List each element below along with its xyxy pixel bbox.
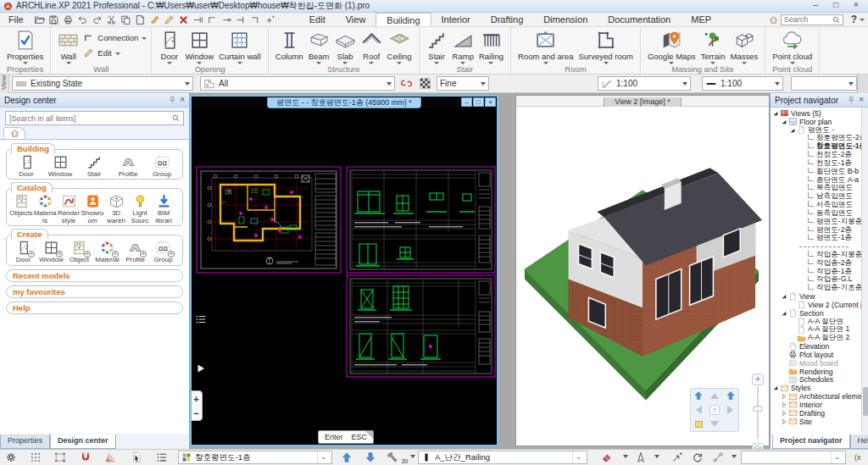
- tree-item-mood-board[interactable]: Mood board: [771, 359, 861, 368]
- detail-level-combo[interactable]: Fine: [437, 76, 489, 91]
- maximize-button[interactable]: □: [826, 0, 846, 11]
- eraser-button[interactable]: [598, 451, 616, 464]
- orbit-left-button[interactable]: [696, 406, 702, 414]
- ribbon-item-ramp[interactable]: Ramp: [450, 29, 476, 64]
- save-icon[interactable]: [47, 14, 60, 25]
- tree-item-작업층-기초층[interactable]: 작업층-기초층: [771, 284, 861, 292]
- tree-item-남측입면도[interactable]: 남측입면도: [771, 192, 861, 201]
- menu-file[interactable]: File: [0, 14, 32, 25]
- floor-select-button[interactable]: [695, 421, 703, 428]
- line-scale-combo[interactable]: 1:100: [702, 76, 783, 91]
- fan-button[interactable]: [101, 451, 120, 464]
- tree-item-view-2-current-perspect[interactable]: View 2 (Current perspect: [771, 301, 861, 309]
- tree-item-창호평면도-1층[interactable]: 창호평면도-1층: [771, 142, 861, 151]
- dc-item-building-window[interactable]: Window: [43, 154, 77, 178]
- tree-item-floor-plan[interactable]: Floor plan: [771, 118, 861, 126]
- g5-icon[interactable]: [249, 14, 262, 25]
- gear-button[interactable]: [2, 451, 20, 464]
- layer-link-button[interactable]: [398, 76, 415, 91]
- dc-item-catalog-render-style[interactable]: Render style: [57, 193, 81, 224]
- tree-item-a-a-절단면[interactable]: A-A 절단면: [771, 318, 861, 326]
- viewport-maximize-button[interactable]: □: [473, 97, 484, 107]
- dc-bar-my-favourites[interactable]: my favourites: [6, 285, 183, 298]
- pencil-icon[interactable]: [163, 14, 175, 25]
- dc-item-create-object[interactable]: +Object: [65, 240, 93, 263]
- pick-button[interactable]: [127, 451, 146, 464]
- dc-item-catalog-light-sourc[interactable]: Light Sourc: [128, 193, 152, 224]
- move-down-floor-button[interactable]: [361, 451, 380, 464]
- orbit-right-button[interactable]: [727, 406, 733, 414]
- scrollbar-thumb[interactable]: [863, 387, 868, 416]
- dc-item-catalog-bim-librari[interactable]: BIM librari: [152, 193, 175, 224]
- menu-tab-dimension[interactable]: Dimension: [533, 13, 598, 26]
- hatch-toggle-button[interactable]: [417, 76, 433, 91]
- delete-icon[interactable]: [177, 14, 190, 25]
- tree-item-작업층-g-l[interactable]: 작업층-G.L: [771, 276, 861, 285]
- ribbon-item-point-cloud[interactable]: Point cloud: [770, 29, 815, 64]
- design-center-home-tab[interactable]: [0, 127, 189, 140]
- dc-bar-help[interactable]: Help: [6, 302, 183, 314]
- magnet-button[interactable]: [76, 451, 95, 464]
- g2-icon[interactable]: [206, 14, 219, 25]
- canvas-play-icon[interactable]: [196, 363, 206, 374]
- building-state-combo[interactable]: Existing State: [12, 76, 193, 91]
- design-center-search[interactable]: [5, 111, 184, 125]
- tree-item-section[interactable]: Section: [771, 309, 861, 318]
- tree-item-elevation[interactable]: Elevation: [771, 342, 861, 351]
- empty-combo[interactable]: [791, 76, 857, 91]
- menu-tab-documentation[interactable]: Documentation: [598, 13, 681, 26]
- tree-item-architectural-elements[interactable]: Architectural elements: [771, 392, 861, 401]
- tree-item-천정도-2층[interactable]: 천정도-2층: [771, 151, 861, 159]
- copy-icon[interactable]: [120, 14, 132, 25]
- tree-item-drafting[interactable]: Drafting: [771, 409, 861, 418]
- tree-item-site[interactable]: Site: [771, 418, 861, 426]
- tree-item-views-5[interactable]: Views (5): [771, 109, 861, 118]
- pan-up-right-button[interactable]: [726, 390, 736, 401]
- dc-item-create-profile[interactable]: +Profile: [121, 240, 149, 263]
- pan-hand-button[interactable]: [709, 405, 720, 415]
- move-up-floor-button[interactable]: [337, 451, 356, 464]
- menu-tab-building[interactable]: Building: [376, 13, 431, 26]
- ribbon-item-railing[interactable]: Railing: [476, 29, 506, 64]
- tree-item-작업층-1층[interactable]: 작업층-1층: [771, 268, 861, 276]
- dc-item-catalog-3d-wareh[interactable]: 3D wareh: [104, 193, 128, 224]
- dc-item-catalog-materials[interactable]: Materials: [33, 193, 57, 224]
- orbit-down-button[interactable]: [710, 421, 719, 427]
- help-menu[interactable]: ?: [851, 14, 857, 25]
- menu-tab-edit[interactable]: Edit: [299, 13, 336, 26]
- drawing-window-titlebar[interactable]: 평면도 - - 창호평면도-1층 (45900 mm) * – □ ×: [192, 97, 497, 108]
- design-center-search-input[interactable]: [6, 114, 171, 123]
- menu-tab-mep[interactable]: MEP: [681, 13, 721, 26]
- cad-canvas[interactable]: + − Enter ESC: [192, 108, 497, 445]
- layer-filter-combo[interactable]: All: [200, 76, 395, 91]
- tree-item-평면도-지붕층[interactable]: 평면도-지붕층: [771, 218, 861, 226]
- panel-close-icon[interactable]: ×: [180, 96, 185, 104]
- dc-item-building-stair[interactable]: Stair: [77, 154, 111, 178]
- view3d-titlebar[interactable]: View 2 [Image] *: [516, 96, 769, 107]
- nodes-button[interactable]: [709, 451, 727, 464]
- ribbon-item-masses[interactable]: Masses: [727, 29, 760, 64]
- moveplus-button[interactable]: [668, 451, 687, 464]
- ribbon-item-slab[interactable]: Slab: [332, 29, 359, 64]
- dropdown-caret-icon[interactable]: [410, 455, 415, 458]
- work-plane-button[interactable]: 30: [386, 451, 408, 464]
- marquee-button[interactable]: [51, 451, 70, 464]
- active-style-combo[interactable]: A_난간_Railing⌄: [418, 451, 587, 464]
- tree-item-view[interactable]: View: [771, 292, 861, 301]
- viewport-minimize-button[interactable]: –: [461, 97, 472, 107]
- command-prompt[interactable]: Enter ESC: [318, 430, 374, 444]
- g6-icon[interactable]: [264, 14, 276, 25]
- open-icon[interactable]: [33, 14, 46, 25]
- ribbon-item-column[interactable]: Column: [273, 29, 306, 61]
- tree-item-schedules[interactable]: Schedules: [771, 376, 861, 385]
- search-icon[interactable]: [832, 15, 841, 25]
- brush-icon[interactable]: [148, 14, 161, 25]
- zoom-handle[interactable]: [753, 406, 763, 412]
- menu-tab-view[interactable]: View: [336, 13, 376, 26]
- pin-icon[interactable]: [847, 96, 855, 104]
- close-button[interactable]: ×: [846, 0, 866, 11]
- g4-icon[interactable]: [235, 14, 248, 25]
- canvas-menu-icon[interactable]: [195, 313, 207, 325]
- empty-status-combo[interactable]: ⌄: [741, 451, 846, 464]
- home-icon[interactable]: [769, 15, 778, 25]
